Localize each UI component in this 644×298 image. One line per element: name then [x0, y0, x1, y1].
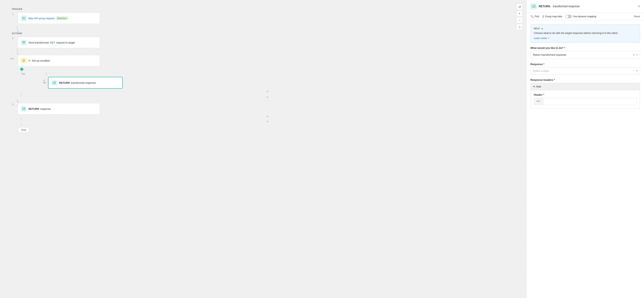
- close-panel-button[interactable]: ×: [638, 4, 640, 9]
- required-star-2: *: [542, 63, 544, 66]
- svg-rect-5: [22, 43, 25, 44]
- response-headers-content: Header * ABC: [530, 90, 640, 108]
- panel-body: HELP ▲ Choose what to do with the target…: [526, 20, 644, 298]
- step-number-1: 1: [12, 12, 14, 15]
- learn-more-link[interactable]: Learn more ↗: [534, 37, 637, 40]
- group-map-button[interactable]: ⣿ Group map data: [542, 15, 562, 18]
- branch-diamond: [20, 67, 24, 71]
- yes-label: Yes: [21, 72, 25, 75]
- step-2-node[interactable]: Send transformed GET request to target: [18, 37, 100, 48]
- connector-2-3: [17, 48, 514, 55]
- step-number-2: 2: [12, 37, 14, 40]
- what-to-do-field: What would you like to do? * Return tran…: [530, 46, 640, 59]
- response-placeholder: Select a value: [533, 70, 636, 72]
- api-icon: [21, 16, 26, 21]
- dot-after-branch: [267, 90, 268, 92]
- chevron-down-icon-1: ▾: [636, 54, 638, 56]
- step-4-node[interactable]: RETURN transformed response: [48, 77, 122, 88]
- step-4-text: RETURN transformed response: [59, 81, 96, 84]
- help-section-header[interactable]: HELP ▲: [534, 27, 637, 30]
- chevron-down-icon-2: ▾: [636, 70, 638, 72]
- panel-title-rest: transformed response: [553, 5, 580, 8]
- step-number-5: 5: [12, 103, 14, 106]
- flow-canvas[interactable]: ↺ + − ⊹ TRIGGER 1 New API proxy request …: [0, 0, 526, 298]
- step-number-4: 4: [43, 79, 45, 82]
- response-field: Response * Select a value ▾: [530, 63, 640, 74]
- return-icon-5: [21, 106, 26, 112]
- svg-rect-4: [22, 42, 25, 43]
- zoom-in-button[interactable]: +: [516, 10, 522, 16]
- reset-button[interactable]: Reset: [634, 15, 640, 18]
- step-2-text: Send transformed GET request to target: [28, 41, 75, 44]
- condition-icon: IF: [21, 58, 26, 63]
- help-label: HELP: [534, 27, 540, 30]
- focus-button[interactable]: ⊹: [516, 24, 522, 30]
- dot-to-end-2: [267, 121, 268, 122]
- find-button[interactable]: 🔍 Find: [530, 15, 539, 18]
- response-label: Response *: [530, 63, 640, 66]
- step-number-3: ▾ 3: [10, 57, 14, 60]
- dot-to-end-1: [267, 116, 268, 117]
- chevron-down-icon-3: ▾: [534, 85, 535, 88]
- header-input[interactable]: [543, 98, 636, 105]
- right-panel: RETURN transformed response × 🔍 Find ⣿ G…: [526, 0, 644, 298]
- help-description: Choose what to do with the target respon…: [534, 31, 637, 35]
- dynamic-mapping-toggle-group: Use dynamic mapping: [565, 15, 596, 18]
- response-headers-section: Response headers * ▾ Hide Header * ABC: [530, 78, 640, 108]
- zoom-out-button[interactable]: −: [516, 17, 522, 23]
- connector-1-2: [17, 26, 514, 32]
- refresh-button[interactable]: ↺: [516, 4, 522, 10]
- return-icon-4: [52, 80, 57, 86]
- help-section: HELP ▲ Choose what to do with the target…: [530, 24, 640, 42]
- response-headers-collapse-btn[interactable]: ▾ Hide: [530, 83, 640, 90]
- what-to-do-value: Return transformed response: [533, 53, 633, 56]
- step-1-text: New API proxy request Real-time: [28, 17, 68, 20]
- required-star-3: *: [553, 78, 555, 81]
- step-3-text: IF Set up condition: [28, 59, 50, 62]
- panel-title-keyword: RETURN: [539, 5, 550, 8]
- transform-icon: [21, 40, 26, 45]
- response-select[interactable]: Select a value ▾: [530, 67, 640, 74]
- header-input-prefix: ABC: [534, 98, 543, 105]
- clear-what-to-do-button[interactable]: ×: [633, 53, 635, 57]
- trigger-section-label: TRIGGER: [12, 8, 514, 10]
- svg-rect-3: [22, 41, 25, 42]
- dynamic-mapping-toggle[interactable]: [565, 15, 572, 18]
- flow-controls: ↺ + − ⊹: [516, 4, 522, 30]
- required-star-4: *: [542, 93, 544, 96]
- response-headers-label: Response headers *: [530, 78, 640, 81]
- help-chevron-up-icon: ▲: [541, 27, 544, 30]
- panel-icon: [530, 3, 537, 10]
- required-star-1: *: [564, 46, 565, 50]
- step-5-node[interactable]: RETURN response: [18, 103, 100, 114]
- connector-4-5: [17, 99, 514, 103]
- step-1-node[interactable]: New API proxy request Real-time: [18, 12, 100, 24]
- header-field-label: Header *: [534, 93, 637, 96]
- group-map-icon: ⣿: [542, 15, 544, 18]
- panel-toolbar: 🔍 Find ⣿ Group map data Use dynamic mapp…: [526, 13, 644, 20]
- search-icon: 🔍: [530, 15, 534, 18]
- what-to-do-select[interactable]: Return transformed response × ▾: [530, 51, 640, 59]
- external-link-icon: ↗: [548, 37, 549, 40]
- header-input-wrapper: ABC: [534, 98, 637, 105]
- dot-2: [267, 96, 268, 98]
- panel-header-left: RETURN transformed response: [530, 3, 580, 10]
- actions-section-label: ACTIONS: [12, 32, 514, 34]
- step-3-node[interactable]: IF IF Set up condition: [18, 55, 100, 66]
- what-to-do-label: What would you like to do? *: [530, 46, 640, 50]
- panel-header: RETURN transformed response ×: [526, 0, 644, 13]
- svg-text:IF: IF: [23, 60, 24, 62]
- step-5-text: RETURN response: [28, 108, 51, 110]
- end-node[interactable]: End: [18, 127, 30, 133]
